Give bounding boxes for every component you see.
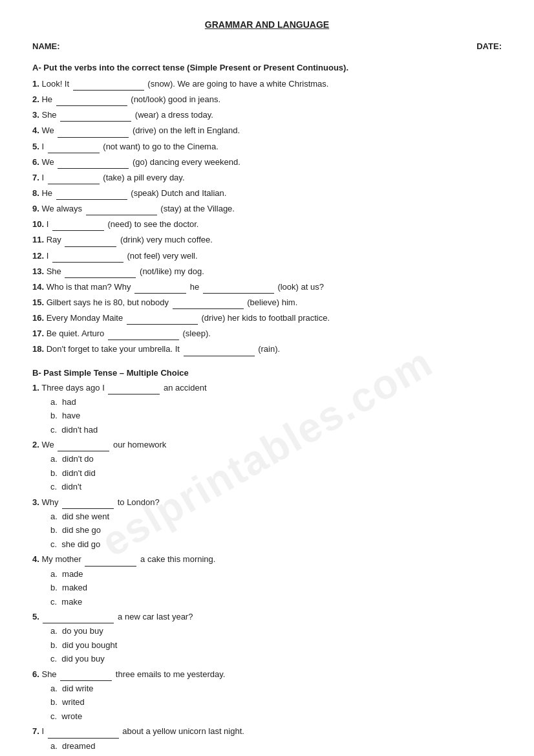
blank <box>48 184 100 184</box>
list-item: c. wrote <box>50 710 502 723</box>
blank <box>43 623 114 623</box>
list-item: 8. He (speak) Dutch and Italian. <box>32 187 502 200</box>
section-a-list: 1. Look! It (snow). We are going to have… <box>32 78 502 356</box>
options-5: a. do you buy b. did you bought c. did y… <box>32 625 502 665</box>
list-item: a. did she went <box>50 510 502 523</box>
section-a: A- Put the verbs into the correct tense … <box>32 63 502 356</box>
date-label: DATE: <box>476 41 502 51</box>
blank <box>85 566 136 567</box>
list-item: c. make <box>50 596 502 609</box>
blank <box>108 394 160 394</box>
question-6: 6. She three emails to me yesterday. <box>32 668 502 681</box>
list-item: 1. Look! It (snow). We are going to have… <box>32 78 502 91</box>
question-1: 1. Three days ago I an accident <box>32 382 502 394</box>
blank <box>203 293 274 294</box>
list-item: a. had <box>50 396 502 409</box>
section-b-title: B- Past Simple Tense – Multiple Choice <box>32 368 502 378</box>
blank <box>65 277 136 278</box>
blank <box>58 168 129 169</box>
list-item: b. have <box>50 409 502 422</box>
blank <box>127 324 198 325</box>
blank <box>56 199 127 200</box>
blank <box>184 356 255 356</box>
question-4: 4. My mother a cake this morning. <box>32 553 502 566</box>
list-item: b. didn't did <box>50 467 502 480</box>
blank <box>60 680 112 681</box>
list-item: 7. I (take) a pill every day. <box>32 171 502 184</box>
list-item: a. made <box>50 568 502 581</box>
blank <box>58 137 129 138</box>
list-item: c. she did go <box>50 538 502 551</box>
list-item: b. did she go <box>50 524 502 537</box>
list-item: a. do you buy <box>50 625 502 638</box>
list-item: b. writed <box>50 696 502 709</box>
list-item: 18. Don't forget to take your umbrella. … <box>32 343 502 356</box>
options-7: a. dreamed b. slept c. think <box>32 740 502 756</box>
blank <box>108 340 179 340</box>
options-1: a. had b. have c. didn't had <box>32 396 502 437</box>
blank <box>52 230 104 231</box>
blank <box>134 293 186 294</box>
list-item: 11. Ray (drink) very much coffee. <box>32 233 502 246</box>
list-item: b. did you bought <box>50 639 502 652</box>
blank <box>62 508 114 509</box>
list-item: c. didn't <box>50 481 502 493</box>
options-2: a. didn't do b. didn't did c. didn't <box>32 453 502 493</box>
section-a-title: A- Put the verbs into the correct tense … <box>32 63 502 72</box>
list-item: c. didn't had <box>50 424 502 437</box>
list-item: c. did you buy <box>50 653 502 665</box>
options-4: a. made b. maked c. make <box>32 568 502 609</box>
blank <box>52 262 123 263</box>
list-item: 16. Every Monday Maite (drive) her kids … <box>32 312 502 325</box>
options-3: a. did she went b. did she go c. she did… <box>32 510 502 551</box>
blank <box>73 90 144 91</box>
question-5: 5. a new car last year? <box>32 610 502 623</box>
list-item: 4. We (drive) on the left in England. <box>32 124 502 137</box>
blank <box>173 308 244 309</box>
list-item: 13. She (not/like) my dog. <box>32 265 502 278</box>
list-item: b. slept <box>50 753 502 756</box>
blank <box>86 215 157 215</box>
list-item: 14. Who is that man? Why he (look) at us… <box>32 281 502 294</box>
list-item: 12. I (not feel) very well. <box>32 250 502 263</box>
name-label: NAME: <box>32 41 60 51</box>
list-item: 6. We (go) dancing every weekend. <box>32 156 502 169</box>
list-item: a. did write <box>50 682 502 695</box>
list-item: b. maked <box>50 581 502 594</box>
blank <box>48 738 119 739</box>
list-item: 10. I (need) to see the doctor. <box>32 218 502 231</box>
list-item: 3. She (wear) a dress today. <box>32 109 502 122</box>
question-7: 7. I about a yellow unicorn last night. <box>32 725 502 738</box>
blank <box>65 246 116 247</box>
list-item: 17. Be quiet. Arturo (sleep). <box>32 327 502 340</box>
list-item: a. didn't do <box>50 453 502 466</box>
page-title: GRAMMAR AND LANGUAGE <box>32 19 502 30</box>
list-item: a. dreamed <box>50 740 502 753</box>
list-item: 9. We always (stay) at the Village. <box>32 202 502 215</box>
question-2: 2. We our homework <box>32 438 502 451</box>
list-item: 15. Gilbert says he is 80, but nobody (b… <box>32 296 502 309</box>
options-6: a. did write b. writed c. wrote <box>32 682 502 723</box>
blank <box>58 451 109 451</box>
list-item: 5. I (not want) to go to the Cinema. <box>32 140 502 153</box>
question-3: 3. Why to London? <box>32 496 502 509</box>
blank <box>60 121 131 122</box>
blank <box>56 105 127 106</box>
list-item: 2. He (not/look) good in jeans. <box>32 93 502 106</box>
section-b: B- Past Simple Tense – Multiple Choice 1… <box>32 368 502 756</box>
blank <box>48 153 100 153</box>
